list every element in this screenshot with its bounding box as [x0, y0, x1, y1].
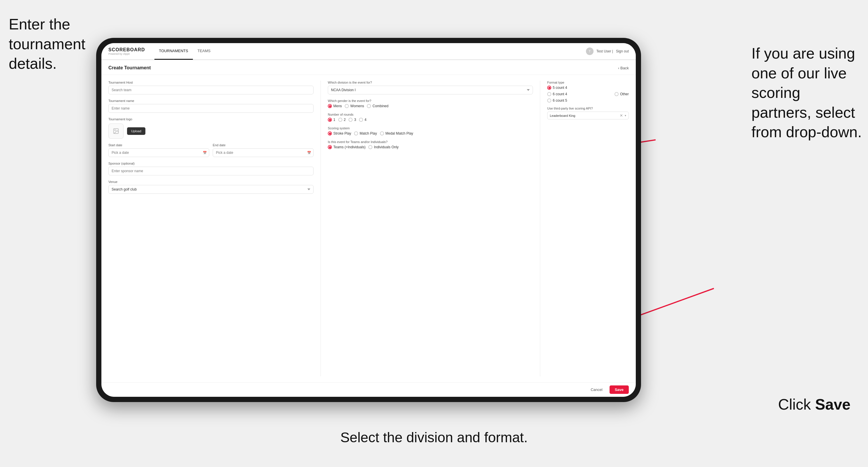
- rounds-4-radio[interactable]: [359, 118, 363, 122]
- gender-mens-radio[interactable]: [328, 104, 332, 108]
- api-label: Use third-party live scoring API?: [547, 106, 629, 110]
- upload-button[interactable]: Upload: [127, 127, 145, 135]
- tournament-host-group: Tournament Host: [108, 81, 313, 94]
- format-options: 5 count 4 6 count 4 6 count 5: [547, 86, 629, 102]
- page-title: Create Tournament: [108, 65, 151, 70]
- event-teams-label: Teams (+Individuals): [333, 145, 365, 149]
- gender-group: Which gender is the event for? Mens Wome…: [328, 99, 533, 108]
- brand-title: SCOREBOARD: [108, 47, 145, 53]
- scoring-match[interactable]: Match Play: [354, 131, 377, 135]
- event-individuals-radio[interactable]: [368, 145, 372, 149]
- annotation-select-division: Select the division and format.: [340, 429, 528, 446]
- tournament-host-input[interactable]: [108, 86, 313, 94]
- tablet-screen: SCOREBOARD Powered by clippit TOURNAMENT…: [101, 43, 636, 397]
- brand-subtitle: Powered by clippit: [108, 53, 145, 55]
- venue-select-wrapper: Search golf club: [108, 185, 313, 194]
- rounds-radio-group: 1 2 3 4: [328, 118, 533, 122]
- format-6count4-radio[interactable]: [547, 92, 551, 96]
- page-header: Create Tournament ‹ Back: [101, 60, 636, 75]
- logo-placeholder: [108, 124, 124, 139]
- gender-mens-label: Mens: [333, 104, 342, 108]
- format-6count4[interactable]: 6 count 4: [547, 92, 567, 96]
- format-type-group: Format type 5 count 4 6 count 4: [547, 81, 629, 102]
- gender-womens-label: Womens: [350, 104, 364, 108]
- gender-radio-group: Mens Womens Combined: [328, 104, 533, 108]
- tournament-host-label: Tournament Host: [108, 81, 313, 84]
- scoring-stroke[interactable]: Stroke Play: [328, 131, 351, 135]
- rounds-2[interactable]: 2: [338, 118, 346, 122]
- venue-select[interactable]: Search golf club: [108, 185, 313, 194]
- format-6count5-label: 6 count 5: [553, 98, 567, 102]
- scoring-group: Scoring system Stroke Play Match Play: [328, 126, 533, 135]
- rounds-2-radio[interactable]: [338, 118, 342, 122]
- division-select-wrapper: NCAA Division I: [328, 86, 533, 94]
- gender-womens[interactable]: Womens: [345, 104, 364, 108]
- calendar-icon-start: 📅: [203, 151, 207, 155]
- sponsor-input[interactable]: [108, 167, 313, 176]
- start-date-input[interactable]: [108, 148, 209, 157]
- rounds-1-label: 1: [333, 118, 335, 122]
- navbar: SCOREBOARD Powered by clippit TOURNAMENT…: [101, 43, 636, 60]
- format-5count4[interactable]: 5 count 4: [547, 86, 567, 90]
- start-date-wrapper: 📅: [108, 148, 209, 157]
- format-type-label: Format type: [547, 81, 629, 84]
- form-footer: Cancel Save: [101, 382, 636, 397]
- gender-womens-radio[interactable]: [345, 104, 349, 108]
- date-row: Start date 📅 End date 📅: [108, 143, 313, 157]
- event-teams-radio[interactable]: [328, 145, 332, 149]
- form-col-1: Tournament Host Tournament name Tourname…: [108, 81, 313, 376]
- api-tag-chevron-icon[interactable]: ▾: [625, 114, 626, 117]
- api-tag-close-icon[interactable]: ✕: [620, 113, 623, 118]
- scoring-medal-radio[interactable]: [380, 131, 384, 135]
- nav-teams[interactable]: TEAMS: [193, 43, 215, 60]
- format-6count5-radio[interactable]: [547, 98, 551, 102]
- division-select[interactable]: NCAA Division I: [328, 86, 533, 94]
- scoring-stroke-radio[interactable]: [328, 131, 332, 135]
- event-individuals[interactable]: Individuals Only: [368, 145, 399, 149]
- tournament-logo-label: Tournament logo: [108, 117, 313, 121]
- format-other-radio[interactable]: [615, 92, 619, 96]
- rounds-2-label: 2: [344, 118, 346, 122]
- col-divider-2: [540, 81, 540, 376]
- event-individuals-label: Individuals Only: [374, 145, 399, 149]
- rounds-3-radio[interactable]: [348, 118, 352, 122]
- tablet: SCOREBOARD Powered by clippit TOURNAMENT…: [96, 38, 641, 402]
- scoring-medal-match[interactable]: Medal Match Play: [380, 131, 413, 135]
- event-type-label: Is this event for Teams and/or Individua…: [328, 140, 533, 144]
- tournament-name-input[interactable]: [108, 104, 313, 113]
- format-6count5[interactable]: 6 count 5: [547, 98, 567, 102]
- gender-combined-radio[interactable]: [367, 104, 371, 108]
- tournament-name-group: Tournament name: [108, 99, 313, 113]
- logo-upload-area: Upload: [108, 124, 313, 139]
- save-button[interactable]: Save: [610, 385, 629, 394]
- calendar-icon-end: 📅: [307, 151, 311, 155]
- nav-tournaments[interactable]: TOURNAMENTS: [154, 43, 193, 60]
- back-button[interactable]: ‹ Back: [618, 66, 629, 70]
- gender-mens[interactable]: Mens: [328, 104, 342, 108]
- gender-combined-label: Combined: [372, 104, 389, 108]
- rounds-3[interactable]: 3: [348, 118, 356, 122]
- gender-label: Which gender is the event for?: [328, 99, 533, 102]
- cancel-button[interactable]: Cancel: [587, 385, 606, 394]
- start-date-label: Start date: [108, 143, 209, 147]
- end-date-input[interactable]: [213, 148, 313, 157]
- sponsor-group: Sponsor (optional): [108, 162, 313, 176]
- rounds-1[interactable]: 1: [328, 118, 335, 122]
- api-group: Use third-party live scoring API? Leader…: [547, 106, 629, 119]
- api-tag[interactable]: Leaderboard King ✕ ▾: [547, 112, 629, 119]
- rounds-1-radio[interactable]: [328, 118, 332, 122]
- end-date-label: End date: [213, 143, 313, 147]
- scoring-match-radio[interactable]: [354, 131, 358, 135]
- event-teams[interactable]: Teams (+Individuals): [328, 145, 365, 149]
- col-divider-1: [320, 81, 321, 376]
- format-5count4-radio[interactable]: [547, 86, 551, 90]
- scoring-label: Scoring system: [328, 126, 533, 130]
- sign-out-link[interactable]: Sign out: [616, 49, 629, 53]
- end-date-group: End date 📅: [213, 143, 313, 157]
- format-other[interactable]: Other: [615, 92, 629, 96]
- rounds-group: Number of rounds 1 2 3: [328, 113, 533, 122]
- division-group: Which division is the event for? NCAA Di…: [328, 81, 533, 94]
- svg-point-6: [115, 130, 115, 130]
- gender-combined[interactable]: Combined: [367, 104, 389, 108]
- rounds-4[interactable]: 4: [359, 118, 367, 122]
